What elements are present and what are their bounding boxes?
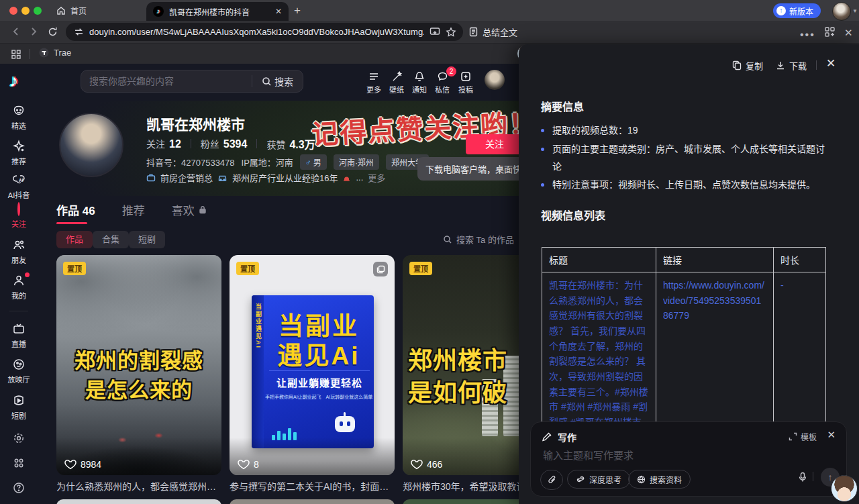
back-button[interactable]	[11, 26, 21, 37]
summarize-page-button[interactable]: 总结全文	[468, 26, 517, 38]
bookmark-star-icon[interactable]	[446, 27, 456, 38]
ip-location: IP属地：河南	[242, 156, 293, 168]
expand-corners-icon	[789, 432, 797, 441]
video-link-cell[interactable]: https://www.douyin.com/video/75495253539…	[656, 272, 774, 436]
stat-following[interactable]: 关注12	[146, 137, 181, 150]
sidebar-item-wode[interactable]: 我的	[0, 274, 38, 301]
new-tab-button[interactable]: +	[294, 4, 301, 17]
video-card[interactable]: 当副业遇见AI 当副业 遇见Ai 让副业躺赚更轻松 手把手教你用AI让副业起飞 …	[230, 255, 395, 475]
video-card[interactable]: 置顶 郑州的割裂感 是怎么来的 8984	[56, 255, 221, 475]
filter-shorts[interactable]: 短剧	[129, 231, 165, 248]
filter-works[interactable]: 作品	[56, 231, 93, 248]
douyin-logo[interactable]: ♪	[9, 70, 19, 91]
globe-icon	[637, 475, 646, 484]
new-version-label: 新版本	[789, 5, 813, 17]
sidebar-item-ai-douyin[interactable]: AI AI抖音	[0, 173, 38, 200]
sidebar-item-zhibo[interactable]: 直播	[0, 322, 38, 349]
tab-close-icon[interactable]: ✕	[275, 7, 282, 16]
bio-more-link[interactable]: 更多	[368, 171, 385, 184]
bookmark-trae[interactable]: Trae	[39, 48, 71, 58]
trae-favicon	[39, 48, 49, 58]
video-title-cell: 凯哥在郑州楼市：为什么熟悉郑州的人，都会感觉郑州有很大的割裂感？ 首先，我们要从…	[542, 272, 656, 436]
header-notice-button[interactable]: 通知	[408, 71, 431, 95]
tab-likes[interactable]: 喜欢	[172, 201, 207, 218]
browser-window: 首页 ♪ 凯哥在郑州楼市的抖音 ✕ + ↑ 新版本 ▼ d	[0, 0, 859, 504]
tab-works[interactable]: 作品 46	[56, 201, 95, 218]
copy-button[interactable]: 复制	[732, 59, 763, 72]
overflow-menu-icon[interactable]: •••	[800, 29, 815, 41]
sidebar-item-duanju[interactable]: 短剧	[0, 394, 38, 421]
search-reference-button[interactable]: 搜索资料	[628, 470, 691, 489]
writer-close-icon[interactable]: ✕	[827, 429, 836, 441]
profile-avatar[interactable]	[59, 113, 123, 177]
search-user-works[interactable]: 搜索 Ta 的作品	[443, 233, 514, 246]
window-minimize-button[interactable]	[21, 7, 30, 15]
attach-button[interactable]	[540, 470, 563, 490]
extensions-grid-icon[interactable]	[824, 26, 836, 38]
window-zoom-button[interactable]	[34, 7, 42, 15]
table-header-row: 标题 链接 时长	[542, 248, 826, 272]
stat-fans[interactable]: 粉丝5394	[201, 137, 248, 150]
url-text: douyin.com/user/MS4wLjABAAAAIusXqomXa5ki…	[89, 27, 424, 37]
douyin-id: 抖音号：42707533478	[146, 156, 235, 168]
window-close-button[interactable]	[9, 7, 17, 15]
ai-summary-panel: 复制 下载 ✕ 摘要信息 提取的视频总数：19 页面的主要主题或类别：房产、城市…	[519, 44, 859, 504]
more-lines-icon	[368, 71, 380, 82]
bell-icon	[414, 71, 425, 82]
tab-recommend[interactable]: 推荐	[122, 201, 145, 218]
lock-icon	[199, 205, 207, 214]
mic-icon[interactable]	[798, 472, 807, 483]
bullet-dot	[541, 148, 544, 151]
browser-toolbar: douyin.com/user/MS4wLjABAAAAIusXqomXa5ki…	[0, 21, 859, 43]
summary-bullet: 页面的主要主题或类别：房产、城市发展、个人成长等相关话题讨论	[541, 141, 828, 176]
video-list-title: 视频信息列表	[541, 207, 605, 223]
site-permissions-icon[interactable]	[74, 27, 84, 37]
tab-home[interactable]: 首页	[56, 0, 87, 21]
sidebar-item-pengyou[interactable]: 朋友	[0, 238, 38, 265]
assistant-mascot[interactable]	[831, 475, 858, 502]
search-input[interactable]	[81, 76, 252, 87]
sidebar-item-guanzhu[interactable]: 关注	[0, 203, 38, 229]
apps-grid-icon[interactable]	[11, 49, 21, 60]
tab-active[interactable]: ♪ 凯哥在郑州楼市的抖音 ✕	[146, 2, 289, 21]
video-info-table: 标题 链接 时长 凯哥在郑州楼市：为什么熟悉郑州的人，都会感觉郑州有很大的割裂感…	[542, 247, 826, 436]
sidebar-item-tuijian[interactable]: 推荐	[0, 140, 38, 166]
summarize-doc-icon	[468, 27, 478, 37]
heart-icon	[64, 458, 77, 470]
bullet-dot	[541, 183, 544, 187]
deep-think-button[interactable]: 深度思考	[567, 470, 630, 489]
header-user-avatar[interactable]	[485, 70, 505, 90]
sidebar-item-fangyingting[interactable]: 放映厅	[0, 358, 38, 385]
reload-button[interactable]	[47, 26, 58, 38]
divider	[813, 472, 813, 481]
address-bar[interactable]: douyin.com/user/MS4wLjABAAAAIusXqomXa5ki…	[66, 23, 463, 41]
pinned-badge: 置顶	[236, 262, 259, 275]
header-wallpaper-button[interactable]: 壁纸	[385, 71, 408, 95]
more-apps-icon[interactable]	[12, 456, 26, 470]
header-more-button[interactable]: 更多	[362, 71, 385, 95]
send-to-device-icon[interactable]	[430, 27, 440, 37]
search-bar[interactable]: 搜索	[81, 70, 303, 93]
search-icon	[262, 77, 272, 87]
paperclip-icon	[548, 475, 556, 485]
help-icon[interactable]	[12, 481, 26, 495]
header-upload-button[interactable]: 投稿	[454, 71, 477, 95]
filter-collections[interactable]: 合集	[93, 231, 129, 248]
panel-close-icon[interactable]: ✕	[826, 56, 836, 70]
template-button[interactable]: 模板	[789, 431, 817, 442]
writer-panel: 写作 模板 ✕ 深度思考 搜索资料	[530, 421, 847, 497]
pinned-badge: 置顶	[409, 262, 432, 275]
sidebar-item-jingxuan[interactable]: 精选	[0, 104, 38, 131]
writer-input[interactable]	[542, 449, 833, 462]
new-version-button[interactable]: ↑ 新版本	[773, 3, 821, 18]
account-avatar[interactable]	[832, 2, 851, 21]
follow-button[interactable]: 关注	[466, 134, 523, 154]
search-button[interactable]: 搜索	[252, 74, 303, 88]
forward-button[interactable]	[28, 26, 39, 37]
download-button[interactable]: 下载	[776, 59, 807, 72]
video-caption[interactable]: 为什么熟悉郑州的人，都会感觉郑州有很大…	[56, 479, 221, 493]
video-caption[interactable]: 参与撰写的第二本关于AI的书，封面已经定…	[230, 479, 395, 493]
close-sidebar-icon[interactable]: ✕	[844, 27, 853, 39]
header-message-button[interactable]: 2 私信	[431, 71, 454, 95]
settings-gear-icon[interactable]	[12, 432, 26, 445]
